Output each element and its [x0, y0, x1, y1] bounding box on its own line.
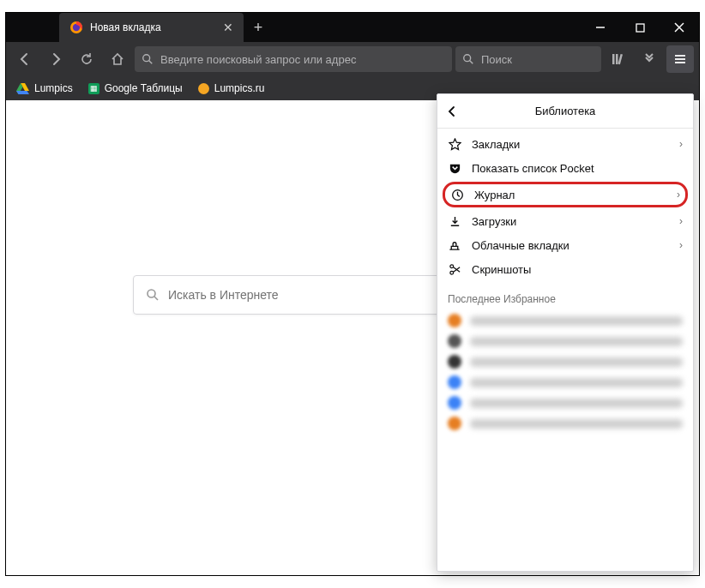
pocket-icon: [448, 161, 461, 175]
back-button[interactable]: [11, 45, 39, 73]
panel-item-downloads[interactable]: Загрузки ›: [437, 209, 693, 233]
drive-icon: [16, 83, 29, 94]
svg-point-6: [143, 55, 150, 62]
panel-title: Библиотека: [463, 105, 667, 117]
clock-icon: [450, 188, 464, 201]
window-controls: [581, 13, 699, 42]
minimize-button[interactable]: [581, 13, 620, 42]
bookmark-google-sheets[interactable]: ▦ Google Таблицы: [88, 82, 183, 94]
cloud-icon: [448, 238, 461, 252]
reload-button[interactable]: [73, 45, 100, 73]
svg-point-22: [449, 264, 453, 267]
panel-header: Библиотека: [437, 94, 693, 129]
panel-item-label: Закладки: [472, 138, 669, 151]
forward-button[interactable]: [42, 45, 69, 73]
home-button[interactable]: [104, 45, 131, 73]
url-placeholder: Введите поисковый запрос или адрес: [160, 53, 356, 66]
panel-item-screenshots[interactable]: Скриншоты: [437, 257, 693, 281]
scissors-icon: [448, 262, 461, 276]
favicon-icon: [448, 314, 461, 327]
bookmark-lumpics[interactable]: Lumpics: [16, 82, 73, 94]
svg-line-9: [470, 61, 473, 64]
search-placeholder: Поиск: [481, 53, 512, 66]
recent-item[interactable]: [448, 413, 683, 434]
panel-item-label: Показать список Pocket: [472, 162, 683, 175]
recent-section-title: Последнее Избранное: [437, 285, 693, 309]
nav-toolbar: Введите поисковый запрос или адрес Поиск: [6, 42, 699, 76]
bookmark-lumpics-ru[interactable]: Lumpics.ru: [198, 82, 265, 94]
recent-item[interactable]: [448, 393, 683, 413]
favicon-icon: [448, 355, 461, 369]
favicon-icon: [448, 334, 461, 348]
dot-icon: [198, 83, 209, 94]
overflow-button[interactable]: [636, 45, 663, 73]
favicon-icon: [448, 396, 461, 410]
svg-rect-3: [636, 24, 644, 32]
svg-point-19: [148, 290, 155, 297]
svg-rect-10: [612, 54, 615, 64]
menu-button[interactable]: [666, 45, 694, 73]
recent-item[interactable]: [448, 351, 683, 372]
new-tab-button[interactable]: +: [244, 13, 273, 42]
search-icon: [142, 53, 154, 65]
chevron-right-icon: ›: [679, 239, 683, 251]
star-icon: [448, 137, 461, 151]
panel-item-label: Облачные вкладки: [472, 239, 669, 252]
download-icon: [448, 214, 461, 228]
library-button[interactable]: [605, 45, 632, 73]
close-window-button[interactable]: [660, 13, 699, 42]
library-panel: Библиотека Закладки › Показать список Po…: [437, 93, 694, 572]
panel-list: Закладки › Показать список Pocket Журнал…: [437, 129, 693, 285]
tab-bar: Новая вкладка ✕ +: [6, 13, 699, 42]
svg-rect-11: [616, 54, 618, 64]
recent-list: [437, 309, 693, 435]
panel-item-bookmarks[interactable]: Закладки ›: [437, 132, 693, 156]
panel-item-label: Загрузки: [472, 215, 669, 228]
newtab-search-placeholder: Искать в Интернете: [168, 288, 279, 302]
favicon-icon: [448, 417, 461, 430]
url-bar[interactable]: Введите поисковый запрос или адрес: [135, 46, 452, 72]
svg-line-20: [154, 297, 158, 300]
recent-item[interactable]: [448, 310, 683, 331]
panel-item-synced-tabs[interactable]: Облачные вкладки ›: [437, 233, 693, 257]
chevron-right-icon: ›: [679, 138, 683, 150]
bookmark-label: Lumpics.ru: [214, 82, 265, 94]
svg-point-23: [449, 271, 453, 274]
browser-window: Новая вкладка ✕ + Введите поисковый запр…: [5, 12, 700, 576]
recent-item[interactable]: [448, 372, 683, 393]
panel-item-pocket[interactable]: Показать список Pocket: [437, 156, 693, 180]
favicon-icon: [448, 375, 461, 389]
search-icon: [462, 53, 474, 65]
svg-marker-18: [16, 91, 29, 94]
chevron-right-icon: ›: [679, 215, 683, 227]
firefox-icon: [69, 21, 83, 34]
panel-item-label: Скриншоты: [472, 263, 683, 276]
panel-back-button[interactable]: [446, 105, 463, 117]
search-bar[interactable]: Поиск: [455, 46, 601, 72]
panel-item-history[interactable]: Журнал ›: [443, 182, 688, 207]
bookmark-label: Lumpics: [34, 82, 73, 94]
panel-item-label: Журнал: [474, 189, 666, 201]
tab-active[interactable]: Новая вкладка ✕: [59, 13, 244, 42]
bookmark-label: Google Таблицы: [105, 82, 183, 94]
tab-title: Новая вкладка: [90, 21, 216, 33]
svg-rect-12: [618, 54, 623, 64]
search-icon: [146, 288, 160, 302]
chevron-right-icon: ›: [677, 189, 680, 201]
close-icon[interactable]: ✕: [223, 21, 233, 33]
svg-line-7: [149, 61, 153, 64]
svg-point-8: [464, 55, 471, 62]
tabbar-spacer: [6, 13, 59, 42]
recent-item[interactable]: [448, 331, 683, 351]
sheets-icon: ▦: [88, 83, 99, 94]
maximize-button[interactable]: [620, 13, 660, 42]
